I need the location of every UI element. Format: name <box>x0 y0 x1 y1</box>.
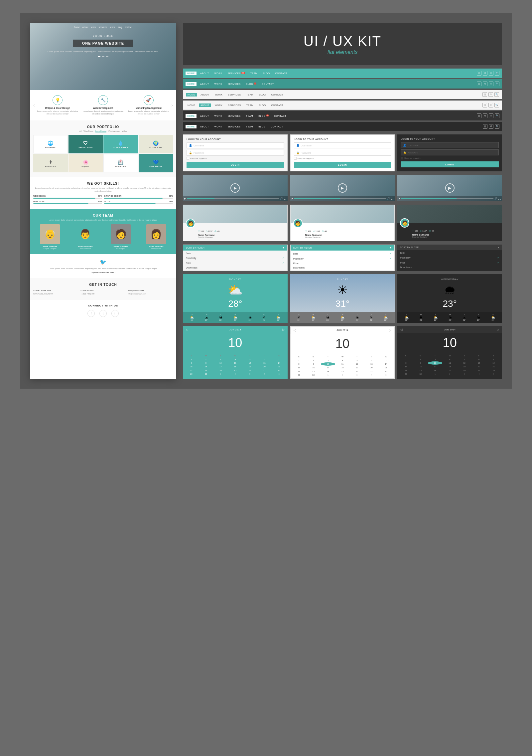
play-button-3[interactable]: ▶ <box>445 183 455 193</box>
navbar3-about[interactable]: ABOUT <box>199 93 211 96</box>
navbar2-blog[interactable]: BLOG 1 <box>244 82 258 86</box>
dot-2[interactable] <box>102 56 104 57</box>
cal-next-1[interactable]: ▷ <box>282 328 285 331</box>
checkbox-2[interactable] <box>294 157 297 160</box>
navbar5-blog[interactable]: BLOG 1 <box>257 114 270 118</box>
navbar2-about[interactable]: ABOUT <box>199 82 211 86</box>
navbar4-blog[interactable]: BLOG <box>257 103 267 107</box>
navbar3-search-icon[interactable]: 🔍 <box>494 92 499 97</box>
volume-icon-2[interactable]: 🔊 <box>387 197 390 200</box>
filter-opt-price-3[interactable]: Price✓ <box>397 260 502 265</box>
filter-opt-price-2[interactable]: Price <box>291 261 395 266</box>
navbar5-services[interactable]: SERVICES <box>226 114 242 118</box>
navbar1-team[interactable]: TEAM <box>249 72 259 75</box>
portfolio-item-2[interactable]: 🛡 SAFETY ICON <box>68 135 103 153</box>
play-ctrl-icon-3[interactable]: ▶ <box>399 197 400 200</box>
navbar3-services[interactable]: SERVICES <box>226 93 242 96</box>
navbar5-about[interactable]: ABOUT <box>199 114 211 118</box>
cal-next-2[interactable]: ▷ <box>389 328 391 332</box>
navbar3-contact[interactable]: CONTACT <box>270 93 285 96</box>
login-username-1[interactable]: 👤 Username <box>187 142 284 148</box>
navbar6-services[interactable]: SERVICES <box>226 125 242 128</box>
portfolio-item-6[interactable]: 🌸 organic <box>68 154 103 172</box>
login-username-2[interactable]: 👤 Username <box>294 142 391 148</box>
login-password-2[interactable]: 🔒 Password <box>294 150 391 156</box>
navbar5-search-icon[interactable]: 🔍 <box>495 113 499 118</box>
nav-item-work[interactable]: work <box>91 26 96 28</box>
filter-opt-dl-3[interactable]: Downloads <box>397 265 502 270</box>
nav-item-blog[interactable]: blog <box>118 26 122 28</box>
login-button-1[interactable]: LOGIN <box>187 162 284 168</box>
navbar4-gear-icon[interactable]: ⚙ <box>488 103 493 107</box>
navbar5-gear-icon[interactable]: ⚙ <box>483 113 487 118</box>
filter-opt-pop-1[interactable]: Popularity✓ <box>183 256 287 261</box>
filter-chevron-1[interactable]: ▼ <box>282 247 285 249</box>
login-password-1[interactable]: 🔒 Password <box>187 150 284 156</box>
play-ctrl-icon-2[interactable]: ▶ <box>292 197 293 200</box>
cal-prev-3[interactable]: ◁ <box>400 328 403 331</box>
filter-opt-price-1[interactable]: Price✓ <box>183 261 287 266</box>
navbar5-work[interactable]: WORK <box>213 114 224 118</box>
nav-item-contact[interactable]: contact <box>125 26 132 28</box>
nav-item-team[interactable]: team <box>110 26 115 28</box>
navbar6-gear-icon[interactable]: ⚙ <box>489 124 493 129</box>
login-button-3[interactable]: LOGIN <box>401 161 499 167</box>
fullscreen-icon-1[interactable]: ⛶ <box>284 198 286 200</box>
navbar6-blog[interactable]: BLOG <box>257 125 267 128</box>
navbar2-services[interactable]: SERVICES <box>226 82 242 86</box>
portfolio-item-7[interactable]: 🏥 healthcare <box>103 154 138 172</box>
portfolio-item-5[interactable]: ⚕ Healthcare <box>33 154 68 172</box>
linkedin-icon[interactable]: in <box>111 310 119 317</box>
nav-item-home[interactable]: home <box>74 26 80 28</box>
navbar2-mail-icon[interactable]: ✉ <box>489 82 493 86</box>
filter-photography[interactable]: Photography <box>108 130 120 132</box>
navbar1-services[interactable]: SERVICES 31 <box>226 72 246 75</box>
navbar1-blog[interactable]: BLOG <box>261 72 271 75</box>
facebook-icon[interactable]: f <box>87 310 95 317</box>
volume-icon-3[interactable]: 🔊 <box>494 197 497 200</box>
filter-all[interactable]: All <box>79 130 81 132</box>
navbar2-grid-icon[interactable]: ▤ <box>477 82 481 86</box>
navbar4-team[interactable]: TEAM <box>245 103 255 107</box>
navbar1-contact[interactable]: CONTACT <box>274 72 289 75</box>
navbar3-blog[interactable]: BLOG <box>257 93 267 96</box>
filter-opt-pop-2[interactable]: Popularity✓ <box>291 256 395 261</box>
navbar3-gear-icon[interactable]: ⚙ <box>488 92 493 97</box>
navbar5-mail-icon[interactable]: ✉ <box>489 113 493 118</box>
navbar2-gear-icon[interactable]: ⚙ <box>483 82 487 86</box>
portfolio-item-8[interactable]: 💙 SAVE WATER <box>139 154 173 172</box>
navbar1-gear-icon[interactable]: ⚙ <box>483 71 487 76</box>
navbar4-services[interactable]: SERVICES <box>226 103 242 107</box>
navbar6-contact[interactable]: CONTACT <box>269 125 285 128</box>
filter-opt-date-1[interactable]: Date <box>183 251 287 256</box>
dot-3[interactable] <box>106 56 108 57</box>
navbar3-team[interactable]: TEAM <box>245 93 255 96</box>
checkbox-3[interactable] <box>401 157 403 159</box>
navbar1-home[interactable]: HOME <box>186 72 197 75</box>
navbar1-about[interactable]: ABOUT <box>199 72 211 75</box>
filter-video[interactable]: Video <box>122 130 127 132</box>
portfolio-item-1[interactable]: 🌐 NETWORK <box>33 135 68 153</box>
fullscreen-icon-2[interactable]: ⛶ <box>391 198 393 200</box>
navbar5-home[interactable]: HOME <box>186 114 197 118</box>
cal-prev-2[interactable]: ◁ <box>294 328 296 332</box>
navbar2-contact[interactable]: CONTACT <box>260 82 276 86</box>
dot-1[interactable] <box>98 56 100 57</box>
navbar6-team[interactable]: TEAM <box>244 125 255 128</box>
navbar2-search-icon[interactable]: 🔍 <box>495 82 499 86</box>
play-button-1[interactable]: ▶ <box>230 183 240 193</box>
navbar2-home[interactable]: HOME <box>186 82 197 86</box>
navbar4-search-icon[interactable]: 🔍 <box>494 103 499 107</box>
login-username-3[interactable]: 👤 Username <box>401 142 499 148</box>
navbar1-mail-icon[interactable]: ✉ <box>489 71 493 76</box>
filter-opt-dl-1[interactable]: Downloads <box>183 266 287 270</box>
play-button-2[interactable]: ▶ <box>338 183 347 193</box>
navbar6-home[interactable]: HOME <box>186 125 197 128</box>
next-arrow[interactable]: › <box>171 102 173 108</box>
navbar4-work[interactable]: WORK <box>213 103 224 107</box>
navbar3-work[interactable]: WORK <box>213 93 224 96</box>
navbar5-contact[interactable]: CONTACT <box>272 114 288 118</box>
filter-opt-date-2[interactable]: Date✓ <box>291 251 395 256</box>
navbar1-work[interactable]: WORK <box>213 72 224 75</box>
nav-item-about[interactable]: about <box>82 26 88 28</box>
